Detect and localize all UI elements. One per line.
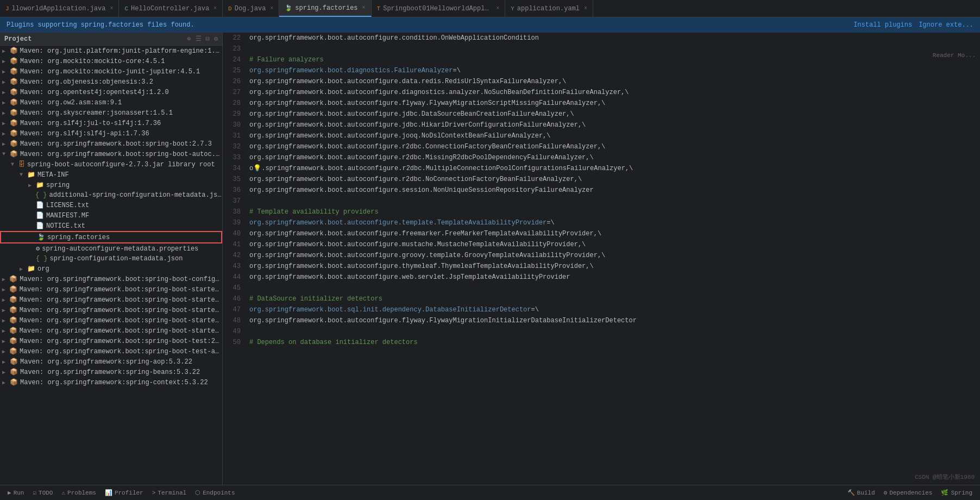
line-content[interactable]: org.springframework.boot.autoconfigure.f…	[247, 98, 980, 109]
line-content[interactable]: org.springframework.boot.autoconfigure.r…	[247, 152, 980, 163]
line-number: 26	[223, 76, 247, 87]
json-icon: { }	[35, 191, 47, 199]
sidebar-tree-item[interactable]: ▶ 📁 org	[0, 264, 222, 274]
sidebar-tree-item[interactable]: ▶ 📦 Maven: org.mockito:mockito-core:4.5.…	[0, 56, 222, 66]
line-content[interactable]: org.springframework.boot.autoconfigure.r…	[247, 141, 980, 152]
line-content[interactable]: org.springframework.boot.autoconfigure.m…	[247, 239, 980, 250]
sidebar-tree-item[interactable]: 📄 LICENSE.txt	[0, 200, 222, 210]
line-content[interactable]: # Template availability providers	[247, 207, 980, 217]
line-content[interactable]: org.springframework.boot.autoconfigure.d…	[247, 87, 980, 98]
sidebar-tree-item[interactable]: ▶ 📦 Maven: org.springframework:spring-co…	[0, 377, 222, 388]
sidebar-tree-item[interactable]: ▼ 🗄 spring-boot-autoconfigure-2.7.3.jar …	[0, 159, 222, 170]
reader-mode-button[interactable]: Reader Mo...	[933, 52, 976, 59]
build-tab-dependencies[interactable]: ⚙Dependencies	[881, 488, 936, 497]
tab-appyaml[interactable]: Y application.yaml ×	[505, 0, 593, 17]
tab-close-icon[interactable]: ×	[496, 5, 499, 11]
notification-bar: Plugins supporting spring.factories file…	[0, 17, 980, 33]
sidebar-tree-item[interactable]: ▶ 📦 Maven: org.mockito:mockito-junit-jup…	[0, 66, 222, 77]
tab-close-icon[interactable]: ×	[584, 5, 587, 11]
sidebar-tree-item[interactable]: ▶ 📦 Maven: org.springframework.boot:spri…	[0, 295, 222, 305]
line-content[interactable]: org.springframework.boot.autoconfigure.c…	[247, 33, 980, 43]
sidebar-tree-item[interactable]: ▶ 📦 Maven: org.springframework:spring-ao…	[0, 357, 222, 367]
editor-line-row: 35org.springframework.boot.autoconfigure…	[223, 174, 980, 185]
line-content[interactable]: org.springframework.boot.autoconfigure.r…	[247, 174, 980, 185]
build-tab-spring[interactable]: 🌿Spring	[938, 488, 976, 497]
sidebar-tree-item[interactable]: 🍃 spring.factories	[0, 231, 222, 243]
sidebar-tree-item[interactable]: 📄 NOTICE.txt	[0, 221, 222, 231]
tab-apptests[interactable]: T Springboot01HelloworldApplicationTests…	[372, 0, 506, 17]
sidebar-tree-item[interactable]: ▶ 📁 spring	[0, 180, 222, 190]
sidebar-tree-item[interactable]: ▶ 📦 Maven: org.junit.platform:junit-plat…	[0, 46, 222, 56]
sidebar-tree-item[interactable]: ▶ 📦 Maven: org.springframework.boot:spri…	[0, 346, 222, 357]
sidebar-tree-item[interactable]: { } spring-configuration-metadata.json	[0, 254, 222, 264]
line-content[interactable]: org.springframework.boot.diagnostics.Fai…	[247, 65, 980, 76]
sidebar-header: Project ⊕ ☰ ⊟ ⚙	[0, 33, 222, 46]
editor-line-row: 39org.springframework.boot.autoconfigure…	[223, 217, 980, 228]
line-content[interactable]: org.springframework.boot.autoconfigure.j…	[247, 120, 980, 130]
sidebar-tree-item[interactable]: 📄 MANIFEST.MF	[0, 210, 222, 221]
line-content[interactable]: # DataSource initializer detectors	[247, 293, 980, 304]
sidebar-tree-item[interactable]: { } additional-spring-configuration-meta…	[0, 190, 222, 200]
line-content[interactable]: org.springframework.boot.autoconfigure.j…	[247, 130, 980, 141]
line-content[interactable]: org.springframework.boot.autoconfigure.g…	[247, 250, 980, 261]
tab-dog[interactable]: D Dog.java ×	[223, 0, 279, 17]
bottom-tab-terminal[interactable]: >Terminal	[149, 488, 190, 497]
sidebar-tree-item[interactable]: ▶ 📦 Maven: org.springframework.boot:spri…	[0, 336, 222, 346]
line-content[interactable]: org.springframework.boot.autoconfigure.w…	[247, 272, 980, 283]
editor-line-row: 34o💡.springframework.boot.autoconfigure.…	[223, 163, 980, 174]
line-content[interactable]: # Failure analyzers	[247, 54, 980, 65]
line-content[interactable]: org.springframework.boot.autoconfigure.f…	[247, 315, 980, 326]
line-content[interactable]: # Depends on database initializer detect…	[247, 337, 980, 348]
line-content[interactable]: org.springframework.boot.autoconfigure.d…	[247, 76, 980, 87]
add-icon[interactable]: ⊕	[187, 35, 191, 43]
line-content[interactable]: org.springframework.boot.autoconfigure.f…	[247, 228, 980, 239]
tree-item-label: Maven: org.ow2.asm:asm:9.1	[20, 99, 122, 107]
tab-close-icon[interactable]: ×	[270, 5, 273, 11]
line-content[interactable]: org.springframework.boot.autoconfigure.t…	[247, 217, 980, 228]
build-tab-build[interactable]: 🔨Build	[844, 488, 878, 497]
tab-springfactories[interactable]: 🍃 spring.factories ×	[279, 0, 371, 17]
bottom-tab-run[interactable]: ▶Run	[4, 488, 27, 497]
gear-icon[interactable]: ⚙	[214, 35, 218, 43]
sidebar-tree-item[interactable]: ▶ 📦 Maven: org.springframework.boot:spri…	[0, 305, 222, 315]
sidebar-tree-item[interactable]: ▶ 📦 Maven: org.springframework.boot:spri…	[0, 315, 222, 326]
tree-item-label: Maven: org.objenesis:objenesis:3.2	[20, 78, 153, 86]
sidebar-tree-item[interactable]: ▼ 📁 META-INF	[0, 170, 222, 180]
bottom-tab-endpoints[interactable]: ⬡Endpoints	[192, 488, 238, 497]
tab-hellocontroller[interactable]: C HelloController.java ×	[119, 0, 223, 17]
tree-arrow: ▶	[2, 297, 9, 303]
ignore-link[interactable]: Ignore exte...	[919, 21, 973, 29]
tab-close-icon[interactable]: ×	[362, 5, 366, 11]
sidebar-tree-item[interactable]: ⚙ spring-autoconfigure-metadata.properti…	[0, 243, 222, 254]
bottom-tab-profiler[interactable]: 📊Profiler	[102, 488, 147, 497]
line-content[interactable]: org.springframework.boot.autoconfigure.s…	[247, 185, 980, 196]
tree-arrow: ▼	[20, 172, 27, 178]
editor-scroll[interactable]: 22org.springframework.boot.autoconfigure…	[223, 33, 980, 485]
sidebar-tree-item[interactable]: ▶ 📦 Maven: org.objenesis:objenesis:3.2	[0, 77, 222, 87]
sidebar-tree-item[interactable]: ▶ 📦 Maven: org.skyscreamer:jsonassert:1.…	[0, 108, 222, 118]
tab-close-icon[interactable]: ×	[213, 5, 217, 11]
line-content[interactable]: o💡.springframework.boot.autoconfigure.r2…	[247, 163, 980, 174]
collapse-icon[interactable]: ⊟	[206, 35, 210, 43]
line-content[interactable]: org.springframework.boot.autoconfigure.j…	[247, 109, 980, 120]
line-content[interactable]: org.springframework.boot.sql.init.depend…	[247, 304, 980, 315]
bottom-bar: ▶Run☑TODO⚠Problems📊Profiler>Terminal⬡End…	[0, 485, 980, 500]
line-content[interactable]: org.springframework.boot.autoconfigure.t…	[247, 261, 980, 272]
sidebar-tree-item[interactable]: ▶ 📦 Maven: org.springframework.boot:spri…	[0, 326, 222, 336]
line-number: 42	[223, 250, 247, 261]
sidebar-tree-item[interactable]: ▶ 📦 Maven: org.springframework.boot:spri…	[0, 274, 222, 284]
tab-close-icon[interactable]: ×	[110, 5, 113, 11]
sidebar-tree-item[interactable]: ▶ 📦 Maven: org.slf4j:slf4j-api:1.7.36	[0, 128, 222, 139]
sidebar-tree-item[interactable]: ▶ 📦 Maven: org.opentest4j:opentest4j:1.2…	[0, 87, 222, 97]
sidebar-tree-item[interactable]: ▶ 📦 Maven: org.ow2.asm:asm:9.1	[0, 97, 222, 108]
bottom-tab-todo[interactable]: ☑TODO	[29, 488, 56, 497]
sidebar-tree-item[interactable]: ▼ 📦 Maven: org.springframework.boot:spri…	[0, 149, 222, 159]
bottom-tab-problems[interactable]: ⚠Problems	[58, 488, 99, 497]
sidebar-tree-item[interactable]: ▶ 📦 Maven: org.springframework.boot:spri…	[0, 284, 222, 295]
tab-helloworldapp[interactable]: J lloworldApplication.java ×	[0, 0, 119, 17]
sidebar-tree-item[interactable]: ▶ 📦 Maven: org.springframework:spring-be…	[0, 367, 222, 377]
install-plugins-link[interactable]: Install plugins	[853, 21, 912, 29]
list-icon[interactable]: ☰	[196, 35, 202, 43]
sidebar-tree-item[interactable]: ▶ 📦 Maven: org.springframework.boot:spri…	[0, 139, 222, 149]
sidebar-tree-item[interactable]: ▶ 📦 Maven: org.slf4j:jul-to-slf4j:1.7.36	[0, 118, 222, 128]
